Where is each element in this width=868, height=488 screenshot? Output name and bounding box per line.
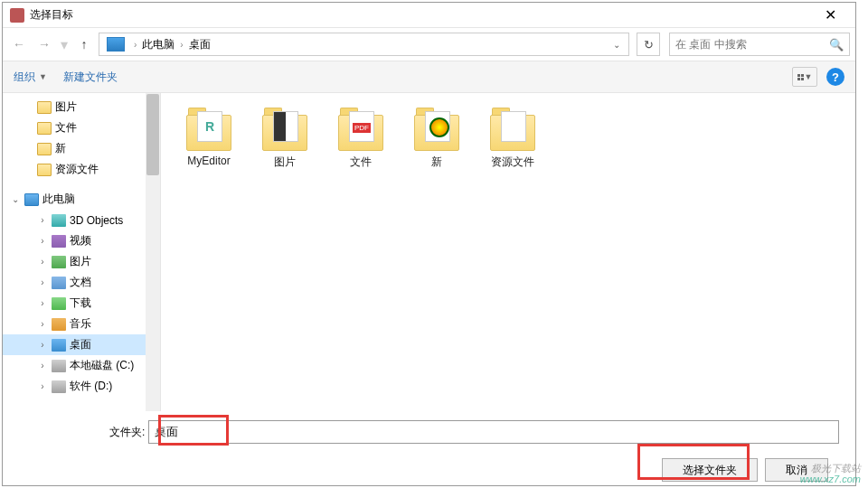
pc-icon (24, 193, 39, 206)
sidebar-quick-item[interactable]: 资源文件 (3, 159, 146, 180)
folder-icon (37, 122, 52, 135)
close-button[interactable]: ✕ (812, 3, 848, 28)
sidebar-pc-item[interactable]: ›桌面 (3, 334, 146, 355)
location-icon (107, 37, 125, 52)
expander-icon[interactable]: › (37, 381, 48, 391)
sidebar-quick-item[interactable]: 新 (3, 138, 146, 159)
folder-item[interactable]: 资源文件 (481, 104, 544, 174)
doc-icon (52, 277, 66, 289)
filename-input[interactable] (148, 420, 839, 444)
sidebar-item-label: 新 (55, 141, 66, 156)
up-button[interactable]: ↑ (73, 33, 95, 55)
disk-icon (52, 360, 66, 372)
folder-item[interactable]: 图片 (253, 104, 316, 174)
chevron-right-icon: › (180, 40, 183, 50)
titlebar: 选择目标 ✕ (3, 3, 855, 28)
expander-icon[interactable]: › (37, 298, 48, 308)
folder-icon (260, 108, 309, 151)
folder-item[interactable]: 新 (405, 104, 468, 174)
breadcrumb-current[interactable]: 桌面 (189, 37, 211, 52)
sidebar-item-label: 桌面 (70, 337, 91, 352)
sidebar-pc-item[interactable]: ›本地磁盘 (C:) (3, 355, 146, 376)
organize-menu[interactable]: 组织 ▼ (14, 70, 47, 85)
forward-button[interactable]: → (33, 33, 55, 55)
footer: 文件夹: 选择文件夹 取消 (3, 411, 855, 488)
sidebar-item-label: 视频 (70, 233, 91, 249)
sidebar-pc-item[interactable]: ›图片 (3, 251, 146, 272)
sidebar-pc-item[interactable]: ›软件 (D:) (3, 376, 146, 397)
chevron-right-icon: › (134, 40, 137, 50)
dl-icon (52, 297, 66, 310)
disk-icon (52, 380, 66, 393)
sidebar-item-label: 图片 (70, 254, 91, 269)
sidebar-pc-item[interactable]: ›文档 (3, 272, 146, 293)
folder-icon (37, 143, 52, 155)
sidebar-quick-item[interactable]: 文件 (3, 117, 146, 138)
expander-icon[interactable]: › (37, 277, 48, 287)
expander-icon[interactable]: › (37, 361, 48, 371)
sidebar-scrollbar[interactable] (146, 93, 160, 411)
expander-icon[interactable]: ⌄ (10, 194, 21, 204)
expander-icon[interactable]: › (37, 236, 48, 246)
desktop-icon (52, 339, 66, 352)
app-icon (10, 8, 24, 23)
file-list[interactable]: MyEditor图片文件新资源文件 (161, 93, 855, 411)
view-options-button[interactable]: ▼ (792, 67, 817, 87)
watermark: 极光下载站 www.xz7.com (800, 463, 861, 484)
folder-icon (37, 101, 52, 114)
select-folder-button[interactable]: 选择文件夹 (662, 458, 758, 482)
obj3d-icon (52, 214, 66, 227)
address-dropdown[interactable]: ⌄ (609, 40, 625, 50)
new-folder-button[interactable]: 新建文件夹 (63, 70, 118, 85)
sidebar-item-label: 图片 (55, 99, 77, 115)
filename-row: 文件夹: (109, 420, 839, 444)
sidebar-this-pc[interactable]: ⌄此电脑 (3, 189, 146, 210)
back-button[interactable]: ← (8, 33, 30, 55)
folder-item[interactable]: MyEditor (177, 104, 241, 174)
sidebar-pc-item[interactable]: ›音乐 (3, 314, 146, 334)
refresh-button[interactable]: ↻ (637, 33, 660, 56)
sidebar-item-label: 资源文件 (55, 162, 99, 177)
sidebar-item-label: 下载 (70, 296, 91, 311)
sidebar-item-label: 本地磁盘 (C:) (70, 358, 134, 373)
address-bar[interactable]: › 此电脑 › 桌面 ⌄ (99, 33, 629, 56)
folder-label: 资源文件 (491, 155, 534, 170)
window-title: 选择目标 (30, 7, 812, 23)
search-box[interactable]: 🔍 (669, 33, 850, 56)
folder-label: 图片 (274, 155, 296, 170)
sidebar: 图片文件新资源文件⌄此电脑›3D Objects›视频›图片›文档›下载›音乐›… (3, 93, 161, 411)
toolbar: 组织 ▼ 新建文件夹 ▼ ? (3, 61, 855, 93)
navbar: ← → ▾ ↑ › 此电脑 › 桌面 ⌄ ↻ 🔍 (3, 28, 855, 61)
nav-separator: ▾ (61, 36, 68, 53)
sidebar-item-label: 3D Objects (70, 214, 123, 227)
search-input[interactable] (675, 38, 829, 51)
expander-icon[interactable]: › (37, 319, 48, 329)
expander-icon[interactable]: › (37, 340, 48, 350)
folder-icon (37, 164, 52, 176)
caret-down-icon: ▼ (39, 72, 47, 81)
folder-label: 新 (431, 155, 442, 170)
filename-label: 文件夹: (109, 425, 145, 440)
music-icon (52, 318, 66, 331)
sidebar-pc-item[interactable]: ›3D Objects (3, 210, 146, 230)
button-row: 选择文件夹 取消 (19, 458, 839, 482)
search-icon[interactable]: 🔍 (829, 38, 844, 52)
sidebar-pc-item[interactable]: ›下载 (3, 293, 146, 314)
scrollbar-thumb[interactable] (146, 94, 159, 175)
folder-icon (336, 108, 385, 151)
expander-icon[interactable]: › (37, 215, 48, 225)
folder-icon (184, 108, 233, 151)
folder-item[interactable]: 文件 (329, 104, 392, 174)
sidebar-item-label: 文件 (55, 120, 77, 136)
sidebar-pc-item[interactable]: ›视频 (3, 230, 146, 251)
folder-icon (488, 108, 537, 151)
folder-icon (412, 108, 461, 151)
sidebar-quick-item[interactable]: 图片 (3, 97, 146, 117)
folder-label: MyEditor (187, 155, 230, 167)
body-area: 图片文件新资源文件⌄此电脑›3D Objects›视频›图片›文档›下载›音乐›… (3, 93, 855, 411)
expander-icon[interactable]: › (37, 257, 48, 267)
caret-down-icon: ▼ (805, 72, 813, 81)
help-button[interactable]: ? (826, 68, 844, 86)
sidebar-item-label: 文档 (70, 275, 91, 290)
breadcrumb-root[interactable]: 此电脑 (142, 37, 175, 52)
